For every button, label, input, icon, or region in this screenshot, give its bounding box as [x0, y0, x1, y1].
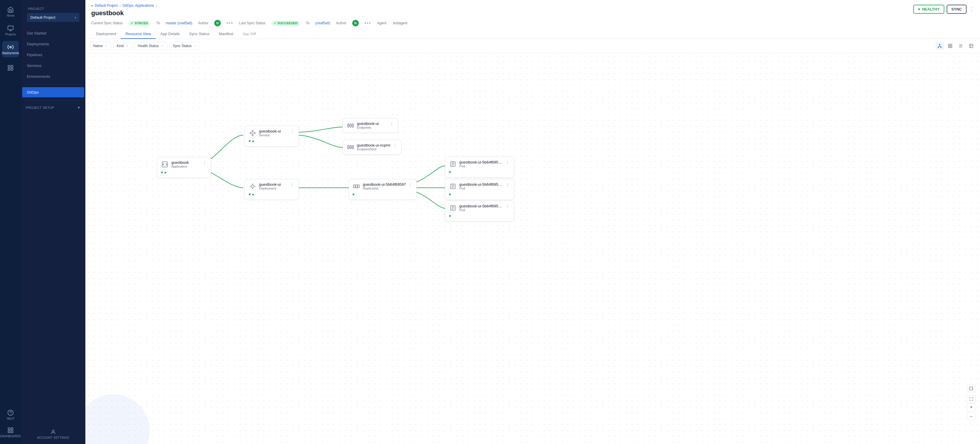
current-sync-label: Current Sync Status: [91, 21, 123, 25]
sidebar-item-services[interactable]: Services: [22, 60, 84, 71]
sidebar-nav-projects[interactable]: Projects: [2, 22, 19, 38]
tree-view-button[interactable]: [935, 42, 944, 50]
sync-status-filter-label: Sync Status: [173, 44, 191, 48]
author-avatar2: N: [352, 20, 359, 26]
node-guestbook-menu[interactable]: ⋮: [203, 160, 207, 165]
tab-app-diff[interactable]: App Diff: [238, 29, 261, 39]
node-pod1[interactable]: guestbook-ui-5b64f6959... Pod ⋮ ♥: [445, 157, 514, 178]
node-replicaset[interactable]: guestbook-ui-5b64f69597 ReplicaSet ⋮ ♥: [348, 179, 417, 200]
node-endpointslice-name: guestbook-ui-ncpmr: [357, 143, 391, 147]
health-status-filter-dropdown[interactable]: Health Status: [135, 42, 167, 50]
node-pod1-menu[interactable]: ⋮: [506, 160, 510, 165]
svg-point-34: [254, 132, 255, 134]
sync-button[interactable]: SYNC: [947, 5, 967, 14]
author-more-button[interactable]: •••: [227, 21, 233, 26]
sidebar-nav-home[interactable]: Home: [2, 3, 19, 20]
fullscreen-button[interactable]: [967, 395, 975, 403]
header-actions: ♥ HEALTHY SYNC ⋮: [913, 5, 974, 14]
node-guestbook-app[interactable]: guestbook Application ⋮ ♥ ●: [157, 157, 211, 178]
author-more-button2[interactable]: •••: [364, 21, 371, 26]
node-endpoints-kind: Endpoints: [357, 126, 387, 129]
healthy-label: HEALTHY: [922, 7, 939, 11]
node-pod3[interactable]: guestbook-ui-5b64f6959... Pod ⋮ ♥: [445, 201, 514, 221]
sidebar-divider-2: [25, 100, 82, 100]
settings-view-button[interactable]: [967, 42, 975, 50]
node-endpoints-menu[interactable]: ⋮: [390, 121, 395, 126]
zoom-out-button[interactable]: −: [967, 412, 975, 420]
sidebar-item-deployments[interactable]: Deployments: [22, 39, 84, 49]
kind-filter-dropdown[interactable]: Kind: [113, 42, 132, 50]
secondary-sidebar: Project Default Project › Get Started De…: [21, 0, 85, 444]
sidebar-nav-deployments[interactable]: Deployments: [2, 41, 19, 57]
breadcrumb-gitops[interactable]: GitOps: Applications: [123, 3, 154, 8]
node-ui-service-menu[interactable]: ⋮: [290, 129, 295, 134]
tab-manifest[interactable]: Manifest: [214, 29, 238, 39]
sidebar-item-environments[interactable]: Environments: [22, 72, 84, 81]
node-pod1-kind: Pod: [459, 164, 503, 168]
svg-rect-41: [350, 124, 351, 127]
sidebar-bottom: ACCOUNT SETTINGS: [21, 424, 85, 444]
sidebar-nav-grid[interactable]: [2, 60, 19, 76]
grid-view-button[interactable]: [946, 42, 954, 50]
sidebar-item-get-started[interactable]: Get Started: [22, 28, 84, 38]
to-label2: To: [306, 21, 310, 25]
svg-rect-52: [355, 185, 357, 188]
node-guestbook-ui-endpoints[interactable]: guestbook-ui Endpoints ⋮: [343, 118, 398, 133]
tab-deployment[interactable]: Deployment: [91, 29, 121, 39]
svg-point-15: [939, 44, 940, 45]
health-status-filter-label: Health Status: [138, 44, 159, 48]
sync-check-icon: ✓: [131, 21, 133, 25]
account-settings-button[interactable]: ACCOUNT SETTINGS: [26, 429, 81, 439]
project-selector[interactable]: Default Project ›: [27, 13, 80, 22]
svg-rect-7: [11, 68, 13, 70]
node-pod3-menu[interactable]: ⋮: [506, 204, 510, 208]
tab-app-details[interactable]: App Details: [156, 29, 185, 39]
sidebar-nav-help[interactable]: HELP: [2, 407, 19, 423]
svg-point-16: [938, 47, 939, 48]
svg-point-17: [940, 47, 942, 48]
node-ui-service-kind: Service: [259, 134, 288, 137]
node-endpointslice-menu[interactable]: ⋮: [393, 143, 398, 148]
node-pod3-name: guestbook-ui-5b64f6959...: [459, 204, 503, 208]
node-guestbook-ui-endpointslice[interactable]: guestbook-ui-ncpmr EndpointSlice ⋮: [343, 140, 401, 154]
project-setup-header[interactable]: PROJECT SETUP ▼: [21, 103, 85, 113]
node-guestbook-ui-deployment[interactable]: guestbook-ui Deployment ⋮ ♥ ●: [245, 179, 299, 200]
deployment-icon: [248, 182, 257, 190]
heart-icon-pod3: ♥: [449, 214, 451, 218]
more-options-button[interactable]: ⋮: [969, 6, 974, 13]
rect-button[interactable]: [967, 384, 975, 393]
green-dot-icon: ●: [91, 4, 93, 7]
tabs: Deployment Resource View App Details Syn…: [91, 29, 974, 38]
heart-status-icon: ♥: [161, 170, 163, 175]
svg-rect-6: [8, 68, 10, 70]
heart-icon-service: ♥: [248, 139, 251, 143]
svg-rect-4: [8, 65, 10, 67]
list-view-button[interactable]: [957, 42, 965, 50]
healthy-button[interactable]: ♥ HEALTHY: [913, 5, 944, 14]
svg-rect-57: [970, 387, 973, 390]
breadcrumb-default-project[interactable]: Default Project: [95, 3, 118, 8]
sidebar-item-pipelines[interactable]: Pipelines: [22, 50, 84, 60]
svg-point-32: [250, 132, 251, 134]
replicaset-icon: [352, 182, 361, 190]
node-replicaset-menu[interactable]: ⋮: [408, 182, 413, 187]
master-branch-link[interactable]: master (ceaf5a0): [166, 21, 192, 25]
tab-sync-status[interactable]: Sync Status: [185, 29, 214, 39]
node-deployment-menu[interactable]: ⋮: [290, 182, 295, 187]
node-guestbook-ui-service[interactable]: guestbook-ui Service ⋮ ♥ ●: [245, 126, 299, 146]
sidebar-item-gitops[interactable]: GitOps: [22, 87, 84, 97]
heart-icon: ♥: [918, 7, 920, 11]
chevron-right-icon: ›: [75, 15, 76, 20]
ceaf-ref-link[interactable]: (ceaf5a0): [315, 21, 330, 25]
node-pod2[interactable]: guestbook-ui-5b64f6959... Pod ⋮ ♥: [445, 179, 514, 200]
svg-rect-53: [358, 185, 359, 188]
svg-point-35: [252, 135, 253, 136]
sync-status-filter-dropdown[interactable]: Sync Status: [170, 42, 200, 50]
node-pod2-menu[interactable]: ⋮: [506, 182, 510, 187]
svg-rect-12: [8, 431, 10, 432]
name-filter-dropdown[interactable]: Name: [90, 42, 111, 50]
project-label: Project: [25, 3, 82, 13]
sidebar-nav-dashboards[interactable]: DASHBOARDS: [2, 424, 19, 441]
tab-resource-view[interactable]: Resource View: [121, 29, 156, 39]
zoom-in-button[interactable]: +: [967, 403, 975, 411]
